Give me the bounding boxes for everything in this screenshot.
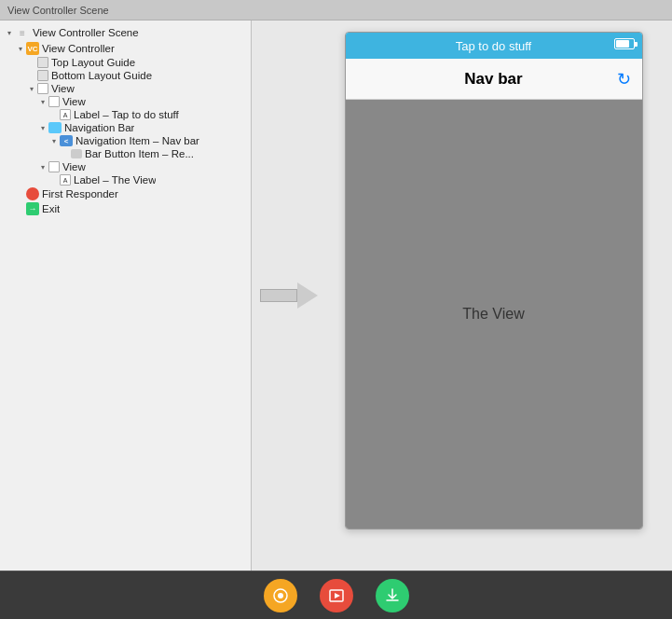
- disclosure-scene[interactable]: [4, 27, 15, 38]
- tree-item-labelTap[interactable]: A Label – Tap to do stuff: [0, 108, 251, 121]
- phone-content: The View: [346, 100, 642, 529]
- tree-label-view3: View: [62, 161, 86, 172]
- navbar-icon: [48, 122, 62, 133]
- tree-label-barBtn: Bar Button Item – Re...: [85, 148, 194, 159]
- svg-point-1: [278, 593, 283, 598]
- disclosure-navBar[interactable]: [37, 122, 48, 133]
- navitem-icon: <: [60, 135, 73, 146]
- disclosure-vc[interactable]: [15, 43, 26, 54]
- view-icon: [37, 83, 48, 94]
- disclosure-view1[interactable]: [26, 83, 37, 94]
- tree-label-view2: View: [62, 96, 86, 107]
- tree-item-firstResponder[interactable]: First Responder: [0, 186, 251, 201]
- tree-item-scene[interactable]: ≡ View Controller Scene: [0, 24, 251, 41]
- vc-icon: VC: [26, 42, 39, 55]
- view-icon: [48, 161, 60, 172]
- nav-bar-title: Nav bar: [464, 70, 522, 89]
- layout-icon: [37, 57, 48, 68]
- disclosure-firstResponder: [15, 188, 26, 199]
- tree-item-navItem[interactable]: < Navigation Item – Nav bar: [0, 134, 251, 147]
- disclosure-barBtn: [60, 148, 71, 159]
- green-icon: [383, 586, 402, 605]
- tree-item-view3[interactable]: View: [0, 160, 251, 173]
- tree-label-vc: View Controller: [42, 43, 115, 54]
- tree-label-navItem: Navigation Item – Nav bar: [75, 135, 199, 146]
- red-icon: [327, 586, 346, 605]
- tree-label-view1: View: [51, 83, 75, 94]
- tree-label-navBar: Navigation Bar: [64, 122, 134, 133]
- tree-item-view1[interactable]: View: [0, 82, 251, 95]
- nav-bar-refresh-button[interactable]: [617, 69, 631, 89]
- label-icon: A: [60, 174, 71, 186]
- the-view-label: The View: [462, 306, 524, 323]
- red-toolbar-button[interactable]: [320, 579, 353, 612]
- phone-status-bar: Tap to do stuff: [346, 33, 642, 59]
- tree-item-barBtn[interactable]: Bar Button Item – Re...: [0, 147, 251, 160]
- yellow-icon: [271, 586, 290, 605]
- phone-area: Tap to do stuff Nav bar The View: [326, 21, 672, 571]
- tree-label-exit: Exit: [42, 203, 60, 214]
- tree-label-topGuide: Top Layout Guide: [51, 57, 135, 68]
- arrow-shape: [260, 282, 318, 309]
- first-responder-icon: [26, 187, 39, 200]
- tree-item-labelView[interactable]: A Label – The View: [0, 173, 251, 186]
- disclosure-navItem[interactable]: [48, 135, 60, 146]
- tree-label-scene: View Controller Scene: [33, 27, 139, 38]
- tree-label-labelView: Label – The View: [74, 174, 156, 186]
- view-icon: [48, 96, 60, 107]
- tree-item-view2[interactable]: View: [0, 95, 251, 108]
- disclosure-view3[interactable]: [37, 161, 48, 172]
- arrow-body: [260, 289, 297, 302]
- scene-label: View Controller Scene: [7, 5, 109, 16]
- battery-fill: [616, 40, 629, 48]
- phone-mockup: Tap to do stuff Nav bar The View: [345, 32, 643, 530]
- tree-label-labelTap: Label – Tap to do stuff: [74, 109, 179, 120]
- tree-label-firstResponder: First Responder: [42, 188, 118, 199]
- disclosure-labelView: [48, 174, 60, 186]
- yellow-toolbar-button[interactable]: [264, 579, 297, 612]
- layout-icon: [37, 70, 48, 81]
- tree-label-bottomGuide: Bottom Layout Guide: [51, 70, 152, 81]
- arrow-area: [252, 21, 326, 571]
- disclosure-exit: [15, 203, 26, 214]
- tree-item-navBar[interactable]: Navigation Bar: [0, 121, 251, 134]
- status-bar-text: Tap to do stuff: [456, 39, 531, 53]
- tree-item-bottomGuide[interactable]: Bottom Layout Guide: [0, 69, 251, 82]
- tree-item-vc[interactable]: VC View Controller: [0, 41, 251, 56]
- battery-icon: [614, 38, 635, 49]
- green-toolbar-button[interactable]: [376, 579, 409, 612]
- tree-item-exit[interactable]: → Exit: [0, 201, 251, 216]
- bottom-toolbar: [0, 571, 672, 619]
- top-bar: View Controller Scene: [0, 0, 672, 21]
- label-icon: A: [60, 109, 71, 120]
- barbutton-icon: [71, 149, 82, 158]
- battery-tip: [635, 42, 638, 47]
- exit-icon: →: [26, 202, 39, 215]
- phone-nav-bar: Nav bar: [346, 59, 642, 100]
- tree-item-topGuide[interactable]: Top Layout Guide: [0, 56, 251, 69]
- disclosure-labelTap: [48, 109, 60, 120]
- disclosure-bottomGuide: [26, 70, 37, 81]
- scene-icon: ≡: [15, 25, 30, 40]
- disclosure-view2[interactable]: [37, 96, 48, 107]
- disclosure-topGuide: [26, 57, 37, 68]
- arrow-head: [297, 282, 318, 309]
- tree-panel: ≡ View Controller Scene VC View Controll…: [0, 21, 252, 571]
